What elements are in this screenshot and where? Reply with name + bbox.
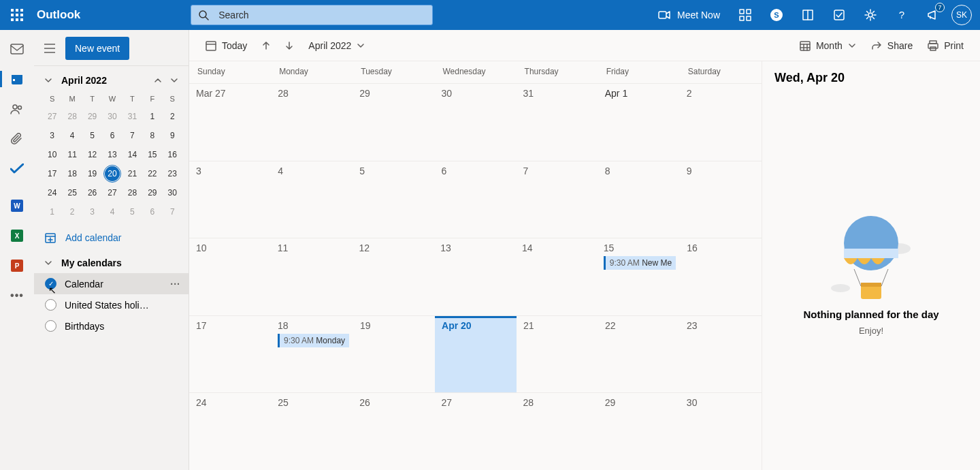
mini-day[interactable]: 10 [42,145,62,164]
mini-day[interactable]: 3 [42,126,62,145]
mini-day[interactable]: 12 [82,145,102,164]
mini-day[interactable]: 1 [42,202,62,221]
mini-day[interactable]: 21 [122,164,142,183]
rail-word[interactable]: W [0,193,34,218]
mini-day[interactable]: 27 [42,107,62,126]
calendar-list-item[interactable]: United States holi… [34,294,189,315]
mini-day[interactable]: 18 [62,164,82,183]
mini-day[interactable]: 22 [142,164,162,183]
mini-day[interactable]: 28 [62,107,82,126]
grid-day-cell[interactable]: 10 [189,238,271,315]
tips-button[interactable] [823,0,855,30]
grid-day-cell[interactable]: 29 [353,84,434,161]
prev-range-button[interactable] [257,41,276,50]
grid-day-cell[interactable]: 19 [353,316,435,393]
rail-powerpoint[interactable]: P [0,253,34,278]
search-input[interactable]: Search [191,5,433,25]
calendar-list-item[interactable]: Calendar···↖ [34,273,189,294]
grid-day-cell[interactable]: 28 [517,393,598,470]
grid-day-cell[interactable]: 11 [271,238,353,315]
add-calendar-button[interactable]: Add calendar [34,221,189,250]
mini-day[interactable]: 4 [102,202,122,221]
new-event-button[interactable]: New event [65,37,129,60]
mini-day[interactable]: 17 [42,164,62,183]
grid-day-cell[interactable]: 29 [598,393,680,470]
grid-day-cell[interactable]: 189:30 AM Monday [271,316,353,393]
mini-day[interactable]: 15 [142,145,162,164]
mini-day[interactable]: 1 [142,107,162,126]
mini-day[interactable]: 5 [122,202,142,221]
calendar-more-button[interactable]: ··· [170,279,180,289]
grid-day-cell[interactable]: 7 [517,161,598,238]
grid-day-cell[interactable]: 12 [353,238,434,315]
mini-day[interactable]: 4 [62,126,82,145]
mini-day[interactable]: 6 [102,126,122,145]
rail-more[interactable]: ••• [0,283,34,308]
teams-button[interactable] [730,0,761,30]
settings-button[interactable] [855,0,886,30]
announcements-button[interactable]: 7 [917,0,949,30]
hamburger-button[interactable] [41,40,59,57]
mini-day[interactable]: 14 [122,145,142,164]
grid-day-cell[interactable]: 28 [271,84,353,161]
mini-day[interactable]: 5 [82,126,102,145]
mini-day[interactable]: 23 [163,164,182,183]
mini-day[interactable]: 16 [163,145,182,164]
mini-day[interactable]: 8 [142,126,162,145]
grid-day-cell[interactable]: 14 [515,238,597,315]
grid-day-cell[interactable]: 9 [680,161,762,238]
mini-day[interactable]: 11 [62,145,82,164]
mini-day[interactable]: 26 [82,183,102,202]
grid-day-cell[interactable]: 23 [680,316,762,393]
grid-day-cell[interactable]: 5 [353,161,434,238]
mini-day[interactable]: 2 [163,107,182,126]
calendar-toggle[interactable] [45,278,56,289]
rail-todo[interactable] [0,157,34,181]
mini-day[interactable]: 24 [42,183,62,202]
rail-calendar[interactable] [0,67,34,91]
print-button[interactable]: Print [922,35,969,57]
mini-day[interactable]: 20 [102,164,122,183]
grid-day-cell[interactable]: 27 [434,393,516,470]
rail-people[interactable] [0,97,34,121]
grid-day-cell[interactable]: 30 [680,393,762,470]
grid-day-cell[interactable]: 22 [598,316,680,393]
grid-day-cell[interactable]: 2 [680,84,762,161]
grid-day-cell[interactable]: 26 [353,393,434,470]
grid-day-cell[interactable]: 13 [434,238,515,315]
collapse-picker-button[interactable] [42,74,54,87]
my-calendars-group[interactable]: My calendars [34,250,189,273]
meet-now-button[interactable]: Meet Now [649,0,730,30]
app-launcher-button[interactable] [0,0,34,30]
outlook-addin-button[interactable] [792,0,823,30]
grid-day-cell[interactable]: 30 [434,84,516,161]
grid-day-cell[interactable]: Mar 27 [189,84,271,161]
mini-day[interactable]: 25 [62,183,82,202]
grid-day-cell[interactable]: 159:30 AM New Me [597,238,680,315]
calendar-toggle[interactable] [45,320,56,332]
rail-excel[interactable]: X [0,223,34,248]
grid-day-cell[interactable]: 24 [189,393,271,470]
mini-day[interactable]: 29 [82,107,102,126]
share-button[interactable]: Share [866,35,918,57]
mini-day[interactable]: 30 [102,107,122,126]
mini-day[interactable]: 31 [122,107,142,126]
calendar-toggle[interactable] [45,299,56,311]
prev-month-button[interactable] [152,74,164,87]
grid-day-cell[interactable]: 4 [271,161,353,238]
calendar-event[interactable]: 9:30 AM Monday [278,334,349,347]
next-range-button[interactable] [280,41,299,50]
mini-day[interactable]: 27 [102,183,122,202]
grid-day-cell[interactable]: 16 [680,238,762,315]
mini-day[interactable]: 29 [142,183,162,202]
mini-day[interactable]: 28 [122,183,142,202]
range-picker-button[interactable]: April 2022 [303,35,370,57]
grid-day-cell[interactable]: Apr 20 [435,316,517,393]
calendar-event[interactable]: 9:30 AM New Me [604,256,676,270]
mini-day[interactable]: 6 [142,202,162,221]
mini-day[interactable]: 3 [82,202,102,221]
grid-day-cell[interactable]: 8 [598,161,680,238]
grid-day-cell[interactable]: 21 [517,316,598,393]
calendar-list-item[interactable]: Birthdays [34,315,189,336]
grid-day-cell[interactable]: 6 [434,161,516,238]
